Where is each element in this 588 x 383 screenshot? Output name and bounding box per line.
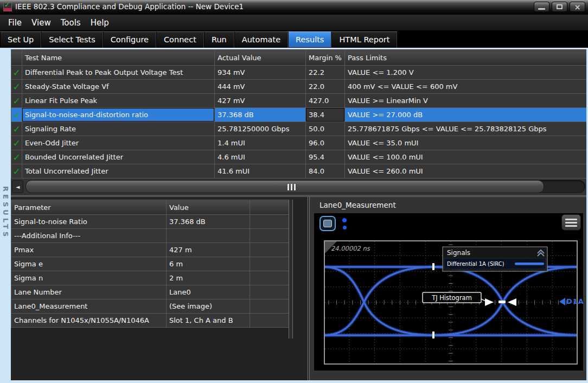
cell-margin[interactable]: 84.0 xyxy=(306,164,345,178)
cell-pass-limits[interactable]: VALUE <= 100.0 mUI xyxy=(345,150,587,164)
cell-status[interactable]: ✓ xyxy=(11,122,22,136)
cell-margin[interactable]: 22.0 xyxy=(306,80,345,94)
results-column-header[interactable]: Margin % xyxy=(306,50,345,66)
details-row[interactable]: Sigma e6 m xyxy=(11,257,290,271)
cell-pass-limits[interactable]: 25.778671875 Gbps <= VALUE <= 25.7838281… xyxy=(345,122,587,136)
cell-test-name[interactable]: Signal-to-noise-and-distortion ratio xyxy=(22,108,215,122)
cell-pass-limits[interactable]: VALUE <= 260.0 mUI xyxy=(345,164,587,178)
cell-status[interactable]: ✓ xyxy=(11,108,22,122)
results-column-header[interactable]: Pass Limits xyxy=(345,50,587,66)
details-row[interactable]: Pmax427 m xyxy=(11,243,290,257)
details-vertical-scrollbar[interactable] xyxy=(289,200,293,339)
results-row[interactable]: ✓Steady-State Voltage Vf444 mV22.0400 mV… xyxy=(11,80,587,94)
results-column-header[interactable] xyxy=(11,50,22,66)
cell-status[interactable]: ✓ xyxy=(11,150,22,164)
results-column-header[interactable]: Test Name xyxy=(22,50,215,66)
tab-automate[interactable]: Automate xyxy=(234,31,288,48)
cell-actual-value[interactable]: 934 mV xyxy=(215,66,306,80)
cell-margin[interactable]: 427.0 xyxy=(306,94,345,108)
cell-value[interactable] xyxy=(167,229,250,243)
tab-connect[interactable]: Connect xyxy=(156,31,204,48)
cell-value[interactable]: 2 m xyxy=(167,271,250,285)
tab-set-up[interactable]: Set Up xyxy=(0,31,41,48)
cell-actual-value[interactable]: 4.6 mUI xyxy=(215,150,306,164)
results-column-header[interactable]: Actual Value xyxy=(215,50,306,66)
details-row[interactable]: Lane NumberLane0 xyxy=(11,285,290,299)
cell-parameter[interactable]: ---Additional Info--- xyxy=(11,229,167,243)
cell-margin[interactable]: 22.2 xyxy=(306,66,345,80)
cell-actual-value[interactable]: 427 mV xyxy=(215,94,306,108)
tab-html-report[interactable]: HTML Report xyxy=(331,31,397,48)
results-row[interactable]: ✓Signaling Rate25.781250000 Gbps50.025.7… xyxy=(11,122,587,136)
cell-actual-value[interactable]: 444 mV xyxy=(215,80,306,94)
tab-results[interactable]: Results xyxy=(288,31,331,48)
scroll-left-button[interactable]: ◄ xyxy=(12,180,23,193)
cell-test-name[interactable]: Differential Peak to Peak Output Voltage… xyxy=(22,66,215,80)
minimize-button[interactable] xyxy=(534,2,549,12)
tab-configure[interactable]: Configure xyxy=(103,31,156,48)
cell-status[interactable]: ✓ xyxy=(11,80,22,94)
cell-actual-value[interactable]: 41.6 mUI xyxy=(215,164,306,178)
cell-pass-limits[interactable]: VALUE <= 1.200 V xyxy=(345,66,587,80)
cell-value[interactable]: Slot 1, Ch A and B xyxy=(167,314,250,328)
cell-parameter[interactable]: Lane Number xyxy=(11,285,167,299)
details-column-header[interactable]: Parameter xyxy=(11,200,167,215)
cell-parameter[interactable]: Channels for N1045x/N1055A/N1046A xyxy=(11,314,167,328)
cell-status[interactable]: ✓ xyxy=(11,164,22,178)
cell-margin[interactable]: 50.0 xyxy=(306,122,345,136)
details-column-header[interactable] xyxy=(250,200,290,215)
menu-help[interactable]: Help xyxy=(86,17,114,29)
cell-parameter[interactable]: Sigma e xyxy=(11,257,167,271)
details-row[interactable]: Lane0_Measurement(See image) xyxy=(11,299,290,314)
close-button[interactable]: × xyxy=(570,2,585,12)
title-bar[interactable]: ✓ IEEE 802.3 Compliance and Debug Applic… xyxy=(0,0,588,15)
cell-value[interactable]: Lane0 xyxy=(167,285,250,299)
results-row[interactable]: ✓Linear Fit Pulse Peak427 mV427.0VALUE >… xyxy=(11,94,587,108)
results-row[interactable]: ✓Bounded Uncorrelated Jitter4.6 mUI95.4V… xyxy=(11,150,587,164)
vertical-splitter[interactable] xyxy=(308,197,313,380)
details-row[interactable]: Channels for N1045x/N1055A/N1046ASlot 1,… xyxy=(11,314,290,328)
cell-value[interactable]: 37.368 dB xyxy=(167,215,250,229)
details-column-header[interactable]: Value xyxy=(167,200,250,215)
cell-pass-limits[interactable]: VALUE >= 27.000 dB xyxy=(345,108,587,122)
menu-tools[interactable]: Tools xyxy=(56,17,86,29)
details-row[interactable]: Sigma n2 m xyxy=(11,271,290,285)
cell-status[interactable]: ✓ xyxy=(11,94,22,108)
cell-actual-value[interactable]: 1.4 mUI xyxy=(215,136,306,150)
scrollbar-thumb[interactable] xyxy=(25,180,544,193)
details-row[interactable]: ---Additional Info--- xyxy=(11,229,290,243)
cell-status[interactable]: ✓ xyxy=(11,66,22,80)
cell-margin[interactable]: 95.4 xyxy=(306,150,345,164)
cell-pass-limits[interactable]: 400 mV <= VALUE <= 600 mV xyxy=(345,80,587,94)
scrollbar-track[interactable] xyxy=(25,180,585,193)
tab-select-tests[interactable]: Select Tests xyxy=(41,31,103,48)
results-row[interactable]: ✓Even-Odd Jitter1.4 mUI96.0VALUE <= 35.0… xyxy=(11,136,587,150)
cell-value[interactable]: 427 m xyxy=(167,243,250,257)
menu-file[interactable]: File xyxy=(3,17,27,29)
cell-test-name[interactable]: Bounded Uncorrelated Jitter xyxy=(22,150,215,164)
tab-run[interactable]: Run xyxy=(204,31,234,48)
cell-actual-value[interactable]: 25.781250000 Gbps xyxy=(215,122,306,136)
cell-pass-limits[interactable]: VALUE <= 35.0 mUI xyxy=(345,136,587,150)
menu-view[interactable]: View xyxy=(27,17,56,29)
hamburger-menu-icon[interactable] xyxy=(561,214,581,231)
results-row[interactable]: ✓Signal-to-noise-and-distortion ratio37.… xyxy=(11,108,587,122)
cell-value[interactable]: 6 m xyxy=(167,257,250,271)
cell-parameter[interactable]: Sigma n xyxy=(11,271,167,285)
cell-parameter[interactable]: Lane0_Measurement xyxy=(11,299,167,314)
results-row[interactable]: ✓Differential Peak to Peak Output Voltag… xyxy=(11,66,587,80)
cell-test-name[interactable]: Total Uncorrelated Jitter xyxy=(22,164,215,178)
cell-parameter[interactable]: Signal-to-noise Ratio xyxy=(11,215,167,229)
cell-parameter[interactable]: Pmax xyxy=(11,243,167,257)
cell-test-name[interactable]: Signaling Rate xyxy=(22,122,215,136)
cell-value[interactable]: (See image) xyxy=(167,299,250,314)
screenshot-icon[interactable] xyxy=(319,216,336,231)
cell-test-name[interactable]: Linear Fit Pulse Peak xyxy=(22,94,215,108)
maximize-button[interactable] xyxy=(552,2,567,12)
cell-test-name[interactable]: Steady-State Voltage Vf xyxy=(22,80,215,94)
cell-test-name[interactable]: Even-Odd Jitter xyxy=(22,136,215,150)
cell-status[interactable]: ✓ xyxy=(11,136,22,150)
results-row[interactable]: ✓Total Uncorrelated Jitter41.6 mUI84.0VA… xyxy=(11,164,587,178)
details-row[interactable]: Signal-to-noise Ratio37.368 dB xyxy=(11,215,290,229)
cell-margin[interactable]: 96.0 xyxy=(306,136,345,150)
